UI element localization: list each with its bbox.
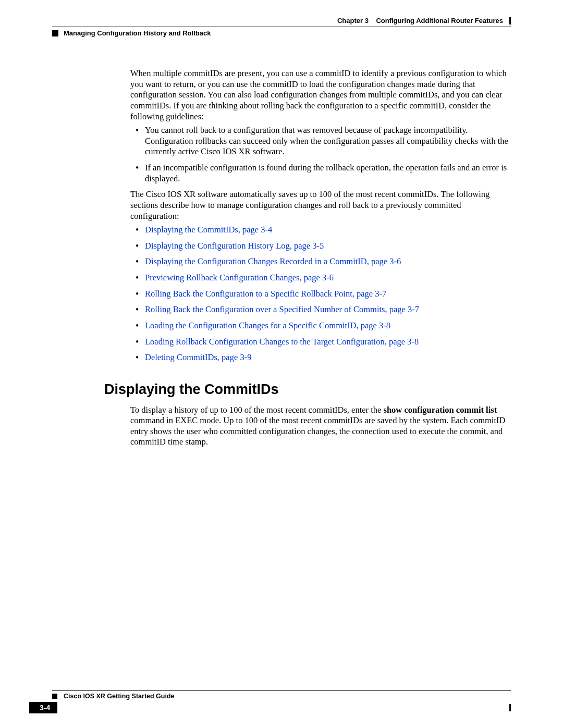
xref-link[interactable]: Displaying the CommitIDs, page 3-4 xyxy=(145,225,272,235)
section-body-text: To display a history of up to 100 of the… xyxy=(130,405,384,415)
section-body-text: command in EXEC mode. Up to 100 of the m… xyxy=(130,415,505,447)
running-head: Managing Configuration History and Rollb… xyxy=(52,27,511,37)
xref-link[interactable]: Previewing Rollback Configuration Change… xyxy=(145,273,334,282)
footer-bar-icon xyxy=(509,704,511,711)
intro-paragraph-1: When multiple commitIDs are present, you… xyxy=(130,68,511,122)
xref-link[interactable]: Rolling Back the Configuration to a Spec… xyxy=(145,289,386,299)
xref-link[interactable]: Deleting CommitIDs, page 3-9 xyxy=(145,352,251,362)
xref-link[interactable]: Rolling Back the Configuration over a Sp… xyxy=(145,304,419,314)
page-footer: Cisco IOS XR Getting Started Guide 3-4 xyxy=(52,690,511,713)
list-item: If an incompatible configuration is foun… xyxy=(145,163,511,184)
section-breadcrumb: Managing Configuration History and Rollb… xyxy=(64,29,211,37)
xref-link[interactable]: Displaying the Configuration Changes Rec… xyxy=(145,256,401,266)
section-heading: Displaying the CommitIDs xyxy=(104,381,511,399)
list-item: You cannot roll back to a configuration … xyxy=(145,125,511,157)
guidelines-list: You cannot roll back to a configuration … xyxy=(130,125,511,184)
square-bullet-icon xyxy=(52,30,58,36)
command-name: show configuration commit list xyxy=(384,405,497,415)
body-content: When multiple commitIDs are present, you… xyxy=(130,68,511,448)
chapter-number: Chapter 3 xyxy=(337,17,369,24)
page-number-badge: 3-4 xyxy=(29,702,57,713)
intro-paragraph-2: The Cisco IOS XR software automatically … xyxy=(130,189,511,221)
header-bar-icon xyxy=(509,17,511,24)
page-header: Chapter 3 Configuring Additional Router … xyxy=(52,17,511,24)
guide-title: Cisco IOS XR Getting Started Guide xyxy=(64,693,175,700)
chapter-title: Configuring Additional Router Features xyxy=(376,17,503,24)
xref-link[interactable]: Displaying the Configuration History Log… xyxy=(145,241,324,251)
square-bullet-icon xyxy=(52,694,57,699)
xref-link[interactable]: Loading Rollback Configuration Changes t… xyxy=(145,337,419,347)
section-body: To display a history of up to 100 of the… xyxy=(130,405,511,448)
links-list: Displaying the CommitIDs, page 3-4 Displ… xyxy=(130,225,511,363)
xref-link[interactable]: Loading the Configuration Changes for a … xyxy=(145,320,390,330)
